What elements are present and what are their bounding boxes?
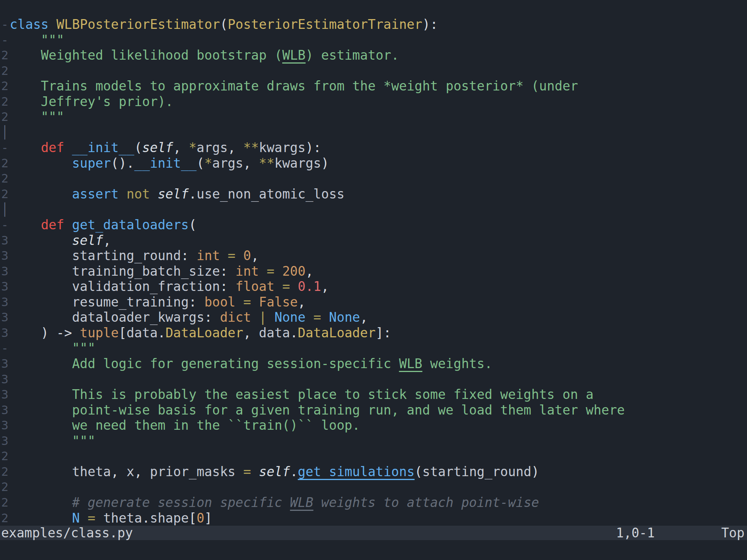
fold-column-marker: │ [0, 125, 10, 140]
fold-column-marker: 2 [0, 94, 10, 110]
fold-column-marker: 3 [0, 310, 10, 325]
fold-column-marker: 2 [0, 109, 10, 125]
fold-column-marker: 2 [0, 48, 10, 63]
code-line[interactable]: 2 Weighted likelihood bootstrap (WLB) es… [0, 48, 747, 63]
code-line[interactable]: 3 point-wise basis for a given training … [0, 402, 747, 418]
code-line[interactable]: 3 [0, 372, 747, 387]
code-text: """ [10, 433, 96, 449]
terminal-vim-window: { "colors": { "fg": "#c5cad4", "punct": … [0, 0, 747, 560]
statusline-filename: examples/class.py [1, 526, 133, 540]
fold-column-marker: 2 [0, 63, 10, 79]
fold-column-marker: 2 [0, 448, 10, 464]
fold-column-marker: 3 [0, 233, 10, 248]
code-line[interactable]: 2 N = theta.shape[0] [0, 510, 747, 526]
code-editor[interactable]: -class WLBPosteriorEstimator(PosteriorEs… [0, 0, 747, 526]
code-line[interactable]: │ [0, 202, 747, 218]
code-text: we need them in the ``train()`` loop. [10, 418, 360, 433]
fold-column-marker: 3 [0, 279, 10, 294]
code-area: -class WLBPosteriorEstimator(PosteriorEs… [0, 17, 747, 526]
code-line[interactable]: 3 starting_round: int = 0, [0, 248, 747, 264]
code-line[interactable]: 2 [0, 479, 747, 495]
fold-column-marker: 2 [0, 479, 10, 495]
code-line[interactable]: 3 Add logic for generating session-speci… [0, 356, 747, 372]
code-line[interactable]: │ [0, 125, 747, 140]
code-text: super().__init__(*args, **kwargs) [10, 156, 329, 171]
fold-column-marker: - [0, 340, 10, 356]
code-text: training_batch_size: int = 200, [10, 264, 313, 279]
code-line[interactable]: -class WLBPosteriorEstimator(PosteriorEs… [0, 17, 747, 32]
code-line[interactable]: 2 [0, 448, 747, 464]
code-text: # generate session specific WLB weights … [10, 495, 539, 510]
code-text: point-wise basis for a given training ru… [10, 402, 625, 418]
vim-command-line [0, 540, 747, 560]
code-line[interactable]: 3 This is probably the easiest place to … [0, 387, 747, 402]
fold-column-marker: 2 [0, 78, 10, 94]
code-text: self, [10, 233, 111, 248]
code-text: ) -> tuple[data.DataLoader, data.DataLoa… [10, 325, 391, 341]
code-line[interactable]: 2 super().__init__(*args, **kwargs) [0, 156, 747, 171]
fold-column-marker: │ [0, 202, 10, 218]
fold-column-marker: 2 [0, 186, 10, 202]
fold-column-marker: - [0, 32, 10, 48]
fold-column-marker: 2 [0, 510, 10, 526]
code-line[interactable]: 3 training_batch_size: int = 200, [0, 264, 747, 279]
code-text: This is probably the easiest place to st… [10, 387, 594, 402]
code-text: theta, x, prior_masks = self.get_simulat… [10, 464, 539, 480]
code-line[interactable]: 2 # generate session specific WLB weight… [0, 495, 747, 510]
code-line[interactable]: 3 we need them in the ``train()`` loop. [0, 418, 747, 433]
code-text: class WLBPosteriorEstimator(PosteriorEst… [10, 17, 438, 32]
code-line[interactable]: 2 Trains models to approximate draws fro… [0, 78, 747, 94]
code-text: Jeffrey's prior). [10, 94, 173, 110]
fold-column-marker: 2 [0, 171, 10, 186]
fold-column-marker: 2 [0, 495, 10, 510]
fold-column-marker: 3 [0, 248, 10, 264]
fold-column-marker: 3 [0, 372, 10, 387]
fold-column-marker: 3 [0, 418, 10, 433]
fold-column-marker: 3 [0, 433, 10, 449]
fold-column-marker: - [0, 140, 10, 156]
code-text: dataloader_kwargs: dict | None = None, [10, 310, 368, 325]
code-line[interactable]: 3 dataloader_kwargs: dict | None = None, [0, 310, 747, 325]
vim-statusline: examples/class.py 1,0-1 Top [0, 526, 747, 540]
code-text: starting_round: int = 0, [10, 248, 259, 264]
fold-column-marker: 3 [0, 356, 10, 372]
code-text: Weighted likelihood bootstrap (WLB) esti… [10, 48, 399, 63]
code-line[interactable]: 3 validation_fraction: float = 0.1, [0, 279, 747, 294]
code-text: """ [10, 340, 96, 356]
code-text: Add logic for generating session-specifi… [10, 356, 492, 372]
statusline-ruler-position: 1,0-1 [616, 526, 655, 540]
code-text: assert not self.use_non_atomic_loss [10, 186, 345, 202]
fold-column-marker: 3 [0, 264, 10, 279]
code-text: def get_dataloaders( [10, 217, 196, 233]
code-line[interactable]: - """ [0, 340, 747, 356]
fold-column-marker: 2 [0, 156, 10, 171]
fold-column-marker: 2 [0, 464, 10, 480]
fold-column-marker: 3 [0, 294, 10, 310]
code-line[interactable]: 3 """ [0, 433, 747, 449]
code-line[interactable]: - """ [0, 32, 747, 48]
fold-column-marker: - [0, 217, 10, 233]
fold-column-marker: 3 [0, 402, 10, 418]
code-text: """ [10, 109, 64, 125]
code-line[interactable]: - def __init__(self, *args, **kwargs): [0, 140, 747, 156]
fold-column-marker: 3 [0, 387, 10, 402]
code-text: Trains models to approximate draws from … [10, 78, 578, 94]
code-line[interactable]: 3 ) -> tuple[data.DataLoader, data.DataL… [0, 325, 747, 341]
fold-column-marker: - [0, 17, 10, 32]
code-line[interactable]: 2 theta, x, prior_masks = self.get_simul… [0, 464, 747, 480]
fold-column-marker: 3 [0, 325, 10, 341]
code-line[interactable]: 2 [0, 63, 747, 79]
code-line[interactable]: 2 [0, 171, 747, 186]
code-text: resume_training: bool = False, [10, 294, 306, 310]
code-line[interactable]: - def get_dataloaders( [0, 217, 747, 233]
code-text: N = theta.shape[0] [10, 510, 212, 526]
code-line[interactable]: 3 resume_training: bool = False, [0, 294, 747, 310]
statusline-scroll-indicator: Top [721, 526, 745, 540]
code-text: validation_fraction: float = 0.1, [10, 279, 329, 294]
code-line[interactable]: 2 assert not self.use_non_atomic_loss [0, 186, 747, 202]
code-line[interactable]: 2 """ [0, 109, 747, 125]
code-line[interactable]: 2 Jeffrey's prior). [0, 94, 747, 110]
code-text: """ [10, 32, 64, 48]
code-text: def __init__(self, *args, **kwargs): [10, 140, 321, 156]
code-line[interactable]: 3 self, [0, 233, 747, 248]
